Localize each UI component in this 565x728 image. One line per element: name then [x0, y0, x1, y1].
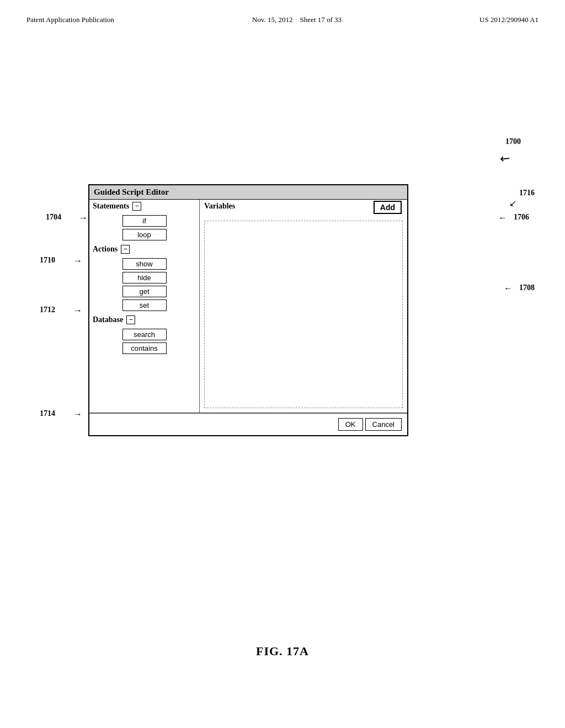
get-button[interactable]: get — [122, 286, 167, 297]
label-1700: 1700 — [505, 137, 521, 146]
if-button[interactable]: if — [122, 215, 167, 227]
arrow-1710-icon: → — [73, 256, 82, 266]
actions-header: Actions − — [89, 243, 199, 256]
cancel-button[interactable]: Cancel — [365, 418, 402, 431]
dialog: Guided Script Editor Statements − if loo… — [88, 184, 408, 436]
label-1714: 1714 — [40, 409, 55, 418]
set-button[interactable]: set — [122, 299, 167, 311]
database-header: Database − — [89, 313, 199, 326]
figure-caption: FIG. 17A — [0, 644, 565, 659]
variables-content-area — [204, 221, 403, 408]
actions-label: Actions — [93, 245, 118, 254]
loop-button[interactable]: loop — [122, 229, 167, 240]
hide-button[interactable]: hide — [122, 272, 167, 283]
dialog-top-row: Statements − if loop Actions − show hide… — [89, 200, 407, 413]
label-1716: 1716 — [519, 189, 535, 197]
label-1708: 1708 — [519, 283, 535, 292]
label-1704: 1704 — [46, 213, 61, 222]
header-center: Nov. 15, 2012 Sheet 17 of 33 — [252, 15, 342, 24]
patent-header: Patent Application Publication Nov. 15, … — [0, 0, 565, 24]
header-left: Patent Application Publication — [26, 15, 114, 24]
arrow-1706-icon: ← — [498, 213, 507, 223]
show-button[interactable]: show — [122, 258, 167, 270]
main-content: 1700 ↙ 1702 ↘ 1704 → 1706 ← 1708 ← 1710 … — [0, 24, 565, 686]
dialog-footer: OK Cancel — [89, 413, 407, 435]
left-panel: Statements − if loop Actions − show hide… — [89, 200, 200, 413]
statements-collapse-btn[interactable]: − — [132, 202, 141, 211]
arrow-1716-icon: ↙ — [509, 198, 516, 208]
database-label: Database — [93, 315, 123, 324]
database-collapse-btn[interactable]: − — [126, 315, 135, 324]
arrow-1708-icon: ← — [504, 283, 513, 293]
contains-button[interactable]: contains — [122, 342, 167, 354]
dialog-title: Guided Script Editor — [89, 185, 407, 200]
right-panel: Variables Add — [200, 200, 407, 413]
label-1706: 1706 — [514, 213, 529, 222]
statements-label: Statements — [93, 202, 129, 211]
arrow-1704-icon: → — [79, 213, 88, 223]
label-1712: 1712 — [40, 306, 55, 314]
actions-collapse-btn[interactable]: − — [121, 245, 130, 254]
statements-header: Statements − — [89, 200, 199, 213]
dialog-box: Guided Script Editor Statements − if loo… — [88, 184, 408, 436]
add-button[interactable]: Add — [374, 201, 402, 214]
search-button[interactable]: search — [122, 329, 167, 340]
arrow-1712-icon: → — [73, 306, 82, 315]
header-right: US 2012/290940 A1 — [479, 15, 539, 24]
label-1710: 1710 — [40, 256, 55, 265]
ok-button[interactable]: OK — [338, 418, 363, 431]
arrow-1700-icon: ↙ — [497, 149, 514, 167]
arrow-1714-icon: → — [73, 409, 82, 419]
variables-label: Variables — [204, 202, 235, 211]
dialog-body: Statements − if loop Actions − show hide… — [89, 200, 407, 435]
